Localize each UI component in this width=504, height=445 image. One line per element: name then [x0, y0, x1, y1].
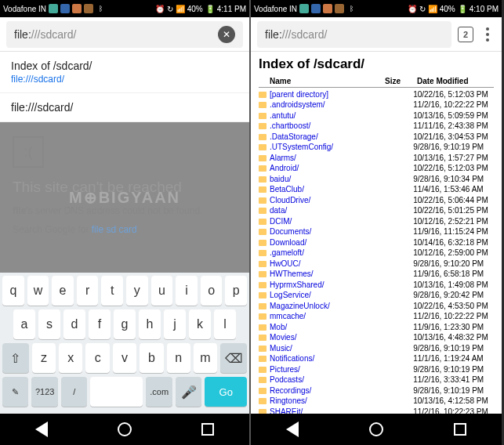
menu-icon[interactable] [480, 27, 495, 42]
list-row[interactable]: BetaClub/11/4/16, 1:53:46 AM [259, 185, 494, 196]
key-a[interactable]: a [13, 309, 35, 339]
key-symbols[interactable]: ?123 [31, 377, 57, 407]
file-link[interactable]: [parent directory] [270, 90, 328, 100]
file-link[interactable]: SHAREit/ [270, 407, 303, 414]
file-link[interactable]: .chartboost/ [270, 121, 310, 132]
key-j[interactable]: j [164, 309, 186, 339]
file-link[interactable]: Recordings/ [270, 386, 311, 396]
file-link[interactable]: BetaClub/ [270, 185, 304, 195]
key-x[interactable]: x [59, 343, 82, 373]
file-link[interactable]: .DataStorage/ [270, 132, 318, 143]
key-d[interactable]: d [63, 309, 85, 339]
key-com[interactable]: .com [146, 377, 172, 407]
file-link[interactable]: .UTSystemConfig/ [270, 143, 333, 153]
list-row[interactable]: .UTSystemConfig/9/28/16, 9:10:19 PM [259, 143, 494, 154]
key-w[interactable]: w [27, 276, 49, 306]
list-row[interactable]: .gameloft/10/12/16, 2:59:00 PM [259, 248, 494, 259]
nav-recent[interactable] [201, 423, 214, 436]
list-row[interactable]: .DataStorage/10/21/16, 3:04:53 PM [259, 132, 494, 143]
file-link[interactable]: Music/ [270, 344, 292, 354]
list-row[interactable]: Documents/11/9/16, 11:15:24 PM [259, 227, 494, 238]
list-row[interactable]: .androidsystem/11/2/16, 10:22:22 PM [259, 100, 494, 111]
file-link[interactable]: LogService/ [270, 291, 311, 301]
list-row[interactable]: LogService/9/28/16, 9:20:42 PM [259, 291, 494, 302]
file-link[interactable]: MagazineUnlock/ [270, 302, 330, 312]
list-row[interactable]: Podcasts/11/2/16, 3:33:41 PM [259, 375, 494, 386]
key-shift[interactable]: ⇧ [2, 343, 29, 373]
nav-home[interactable] [369, 422, 383, 436]
key-space[interactable] [90, 377, 143, 407]
key-i[interactable]: i [176, 276, 198, 306]
file-link[interactable]: CloudDrive/ [270, 196, 310, 206]
list-row[interactable]: SHAREit/11/2/16, 10:22:23 PM [259, 407, 494, 414]
file-link[interactable]: Download/ [270, 238, 306, 248]
key-e[interactable]: e [52, 276, 74, 306]
key-q[interactable]: q [2, 276, 24, 306]
file-link[interactable]: HyprmxShared/ [270, 280, 324, 291]
file-link[interactable]: Alarms/ [270, 154, 296, 164]
list-row[interactable]: Ringtones/10/13/16, 4:12:58 PM [259, 396, 494, 407]
key-s[interactable]: s [38, 309, 60, 339]
list-row[interactable]: MagazineUnlock/10/22/16, 4:53:50 PM [259, 301, 494, 312]
list-row[interactable]: Pictures/9/28/16, 9:10:19 PM [259, 364, 494, 375]
list-row[interactable]: .antutu/10/13/16, 5:09:59 PM [259, 110, 494, 121]
list-row[interactable]: data/10/22/16, 5:01:25 PM [259, 206, 494, 217]
key-h[interactable]: h [139, 309, 161, 339]
url-input[interactable]: file:///sdcard/ [257, 21, 451, 48]
list-row[interactable]: Android/10/22/16, 5:12:03 PM [259, 164, 494, 175]
list-row[interactable]: .chartboost/11/11/16, 2:43:38 PM [259, 121, 494, 132]
clear-icon[interactable]: ✕ [218, 26, 235, 43]
key-v[interactable]: v [113, 343, 136, 373]
list-row[interactable]: Download/10/14/16, 6:32:18 PM [259, 237, 494, 248]
file-link[interactable]: .antutu/ [270, 111, 296, 121]
file-link[interactable]: .gameloft/ [270, 248, 304, 259]
key-t[interactable]: t [101, 276, 123, 306]
suggestion-item[interactable]: Index of /sdcard/ file:///sdcard/ [0, 52, 249, 93]
key-k[interactable]: k [189, 309, 211, 339]
key-z[interactable]: z [32, 343, 56, 373]
search-link[interactable]: file sd card [92, 224, 137, 235]
key-n[interactable]: n [167, 343, 190, 373]
key-p[interactable]: p [225, 276, 247, 306]
key-m[interactable]: m [194, 343, 217, 373]
list-row[interactable]: DCIM/10/12/16, 2:52:21 PM [259, 216, 494, 227]
list-row[interactable]: Music/9/28/16, 9:10:19 PM [259, 343, 494, 354]
file-link[interactable]: Android/ [270, 164, 299, 174]
list-row[interactable]: Alarms/10/13/16, 1:57:27 PM [259, 153, 494, 164]
file-link[interactable]: mmcache/ [270, 312, 306, 322]
nav-back[interactable] [286, 421, 299, 437]
key-mic[interactable]: 🎤 [176, 377, 201, 407]
nav-home[interactable] [118, 422, 132, 436]
file-link[interactable]: .androidsystem/ [270, 100, 325, 110]
nav-recent[interactable] [454, 423, 466, 436]
file-link[interactable]: HWThemes/ [270, 270, 314, 280]
key-r[interactable]: r [77, 276, 99, 306]
key-handwrite[interactable]: ✎ [2, 377, 28, 407]
key-y[interactable]: y [126, 276, 148, 306]
url-input[interactable]: file:///sdcard/ ✕ [6, 21, 243, 48]
key-o[interactable]: o [201, 276, 223, 306]
file-link[interactable]: Mob/ [270, 323, 287, 333]
file-link[interactable]: Ringtones/ [270, 396, 307, 407]
list-row[interactable]: Notifications/11/1/16, 1:19:24 AM [259, 354, 494, 365]
file-link[interactable]: HwOUC/ [270, 259, 300, 270]
tab-switcher[interactable]: 2 [458, 27, 473, 42]
list-row[interactable]: HyprmxShared/10/13/16, 1:49:08 PM [259, 280, 494, 291]
file-link[interactable]: baidu/ [270, 175, 291, 185]
list-row[interactable]: mmcache/11/2/16, 10:22:22 PM [259, 312, 494, 323]
list-row[interactable]: Recordings/9/28/16, 9:10:19 PM [259, 385, 494, 396]
list-row[interactable]: [parent directory]10/22/16, 5:12:03 PM [259, 89, 494, 100]
key-backspace[interactable]: ⌫ [220, 343, 247, 373]
file-link[interactable]: DCIM/ [270, 217, 292, 227]
list-row[interactable]: Mob/11/9/16, 1:23:30 PM [259, 322, 494, 333]
suggestion-item[interactable]: file:///sdcard/ [0, 93, 249, 122]
key-b[interactable]: b [140, 343, 163, 373]
file-link[interactable]: Pictures/ [270, 365, 300, 375]
key-u[interactable]: u [151, 276, 173, 306]
list-row[interactable]: CloudDrive/10/22/16, 5:06:44 PM [259, 195, 494, 206]
nav-back[interactable] [35, 421, 48, 437]
list-row[interactable]: HWThemes/11/9/16, 6:58:18 PM [259, 270, 494, 280]
key-slash[interactable]: / [61, 377, 87, 407]
list-row[interactable]: baidu/9/28/16, 9:10:34 PM [259, 174, 494, 185]
file-link[interactable]: Documents/ [270, 227, 311, 237]
